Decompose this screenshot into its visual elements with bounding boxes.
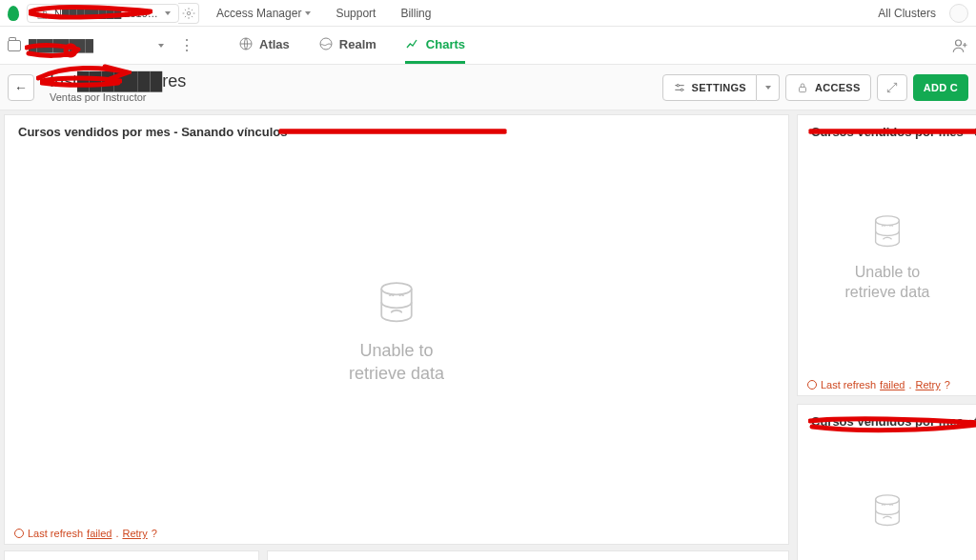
chart-card-large[interactable]: Cursos vendidos por mes - Sanando víncul…	[4, 114, 789, 545]
org-settings-button[interactable]	[178, 3, 199, 24]
svg-point-11	[876, 494, 900, 504]
chart-footer-status: Last refresh failed. Retry?	[5, 523, 788, 544]
lock-icon	[796, 81, 809, 94]
empty-line-1: Unable to	[845, 263, 930, 283]
foot-q: ?	[152, 528, 157, 539]
empty-line-2: retrieve data	[845, 283, 930, 303]
atlas-icon	[238, 36, 254, 51]
chevron-down-icon	[158, 44, 164, 48]
svg-point-9	[381, 283, 412, 294]
dashboard-subtitle: Ventas por Instructor	[50, 91, 186, 103]
foot-prefix: Last refresh	[821, 379, 876, 390]
toolbar-right: SETTINGS ACCESS ADD C	[662, 74, 968, 101]
chart-card-bottom-2[interactable]	[267, 550, 789, 560]
fullscreen-button[interactable]	[877, 74, 907, 101]
tab-realm-label: Realm	[339, 37, 376, 51]
redaction-scribble	[40, 74, 122, 88]
empty-line-1: Unable to	[349, 340, 444, 362]
chart-empty-state	[798, 429, 976, 560]
svg-point-10	[876, 216, 900, 226]
chart-card-right-1[interactable]: Cursos vendidos por mes - Sanando Unable…	[797, 114, 976, 396]
back-button[interactable]: ←	[8, 74, 34, 101]
chevron-down-icon	[765, 86, 771, 90]
warning-icon	[807, 380, 817, 390]
empty-line-2: retrieve data	[349, 363, 444, 385]
dashboard-toolbar: ← Inst███████res Ventas por Instructor S…	[0, 65, 976, 110]
database-sad-icon	[866, 490, 908, 532]
foot-failed-link[interactable]: failed	[880, 379, 905, 390]
access-manager-link[interactable]: Access Manager	[216, 7, 311, 20]
access-button[interactable]: ACCESS	[785, 74, 871, 101]
dashboard-canvas: Cursos vendidos por mes - Sanando víncul…	[0, 110, 976, 560]
sliders-icon	[673, 81, 686, 94]
product-bar: ████████ ⋮ Atlas Realm Charts	[0, 27, 976, 65]
folder-icon	[8, 40, 21, 51]
foot-q: ?	[945, 379, 950, 390]
settings-button[interactable]: SETTINGS	[662, 74, 757, 101]
gear-icon	[182, 7, 195, 20]
chart-footer-status: Last refresh failed. Retry?	[798, 374, 976, 395]
foot-failed-link[interactable]: failed	[87, 528, 112, 539]
access-label: ACCESS	[815, 82, 861, 93]
tab-realm[interactable]: Realm	[318, 27, 376, 64]
settings-button-group: SETTINGS	[662, 74, 780, 101]
warning-icon	[14, 529, 24, 538]
redaction-scribble	[29, 2, 152, 21]
project-kebab-menu[interactable]: ⋮	[173, 36, 200, 54]
settings-label: SETTINGS	[692, 82, 746, 93]
chart-empty-state: Unable to retrieve data	[798, 139, 976, 374]
mongodb-leaf-logo	[8, 6, 19, 21]
svg-point-2	[187, 11, 191, 15]
tab-atlas-label: Atlas	[259, 37, 290, 51]
empty-state-text: Unable to retrieve data	[349, 340, 444, 385]
expand-icon	[885, 81, 899, 94]
svg-point-5	[956, 40, 962, 46]
add-user-icon[interactable]	[951, 37, 968, 54]
redaction-scribble	[808, 415, 976, 434]
add-chart-label: ADD C	[924, 82, 958, 93]
redaction-scribble	[278, 124, 507, 137]
svg-rect-8	[800, 87, 806, 91]
chevron-down-icon	[165, 11, 171, 15]
database-sad-icon	[370, 277, 423, 330]
tab-charts[interactable]: Charts	[405, 27, 465, 64]
foot-retry-link[interactable]: Retry	[122, 528, 147, 539]
settings-dropdown-button[interactable]	[757, 74, 780, 101]
billing-link[interactable]: Billing	[400, 7, 431, 20]
access-manager-label: Access Manager	[216, 7, 301, 20]
redaction-scribble	[808, 124, 976, 137]
foot-prefix: Last refresh	[28, 528, 83, 539]
tab-charts-label: Charts	[426, 37, 465, 51]
topnav-links: Access Manager Support Billing	[216, 7, 431, 20]
product-tabs: Atlas Realm Charts	[238, 27, 465, 64]
avatar[interactable]	[949, 4, 968, 23]
chevron-down-icon	[305, 11, 311, 15]
realm-icon	[318, 36, 334, 51]
add-chart-button[interactable]: ADD C	[913, 74, 968, 101]
tab-atlas[interactable]: Atlas	[238, 27, 290, 64]
foot-retry-link[interactable]: Retry	[915, 379, 940, 390]
empty-state-text: Unable to retrieve data	[845, 263, 930, 303]
support-link[interactable]: Support	[336, 7, 376, 20]
all-clusters-link[interactable]: All Clusters	[878, 7, 936, 20]
svg-point-6	[677, 84, 679, 86]
charts-icon	[405, 36, 420, 51]
svg-point-7	[681, 89, 682, 90]
database-sad-icon	[866, 211, 908, 253]
chart-empty-state: Unable to retrieve data	[5, 139, 788, 523]
redaction-scribble	[25, 42, 82, 59]
chart-card-bottom-1[interactable]	[4, 550, 259, 560]
